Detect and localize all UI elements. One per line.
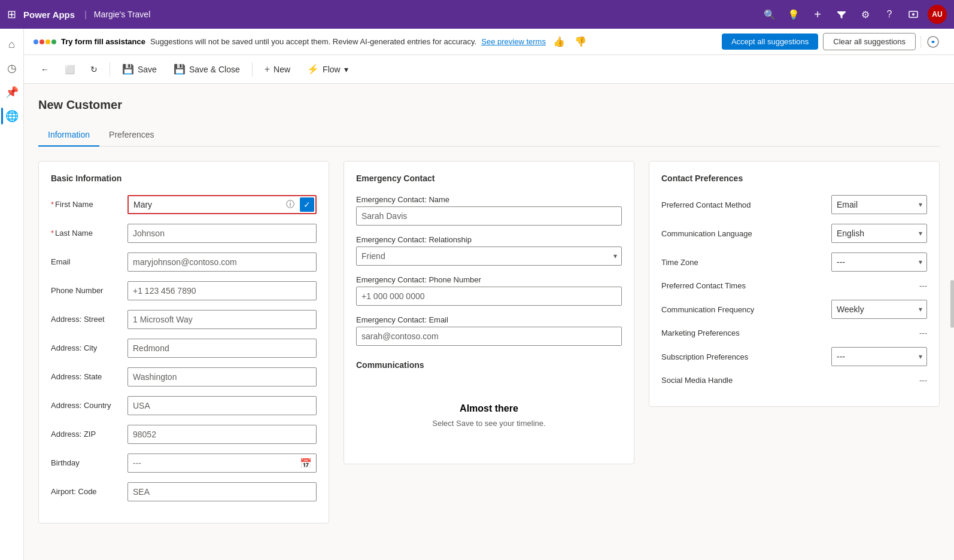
comm-language-select[interactable]: English Spanish French bbox=[831, 224, 927, 243]
save-close-button[interactable]: 💾 Save & Close bbox=[166, 60, 247, 78]
comm-frequency-select[interactable]: Weekly Daily Monthly bbox=[831, 300, 927, 319]
banner-link[interactable]: See preview terms bbox=[481, 37, 546, 46]
ec-phone-label: Emergency Contact: Phone Number bbox=[356, 275, 622, 284]
thumbs-up-button[interactable]: 👍 bbox=[551, 34, 567, 50]
ec-phone-input[interactable] bbox=[356, 287, 622, 306]
birthday-input[interactable] bbox=[127, 454, 317, 473]
sidebar-pin-icon[interactable]: 📌 bbox=[1, 81, 23, 103]
address-city-input[interactable] bbox=[127, 339, 317, 358]
timezone-wrap: --- ▾ bbox=[831, 252, 927, 272]
waffle-icon[interactable]: ⊞ bbox=[7, 8, 16, 21]
thumbs-down-button[interactable]: 👎 bbox=[572, 34, 589, 50]
timezone-select[interactable]: --- bbox=[831, 252, 927, 272]
refresh-button[interactable]: ↻ bbox=[83, 61, 105, 78]
check-icon-button[interactable]: ✓ bbox=[300, 197, 314, 212]
sidebar-globe-icon[interactable]: 🌐 bbox=[1, 105, 23, 127]
address-street-field: Address: Street bbox=[51, 310, 317, 329]
ec-relationship-field: Emergency Contact: Relationship Friend F… bbox=[356, 235, 622, 266]
address-state-input[interactable] bbox=[127, 367, 317, 386]
dot-green bbox=[51, 39, 56, 44]
toolbar-separator-2 bbox=[252, 62, 253, 77]
marketing-prefs-field: Marketing Preferences --- bbox=[661, 328, 927, 337]
address-zip-label: Address: ZIP bbox=[51, 425, 123, 439]
info-icon-button[interactable]: ⓘ bbox=[283, 197, 297, 212]
ec-email-field: Emergency Contact: Email bbox=[356, 315, 622, 346]
comm-frequency-field: Communication Frequency Weekly Daily Mon… bbox=[661, 300, 927, 319]
last-name-field: *Last Name bbox=[51, 224, 317, 243]
new-button[interactable]: + New bbox=[257, 60, 297, 78]
required-star-2: * bbox=[51, 229, 54, 238]
preferred-times-label: Preferred Contact Times bbox=[661, 281, 919, 290]
ec-name-input[interactable] bbox=[356, 206, 622, 226]
last-name-input[interactable] bbox=[127, 224, 317, 243]
email-input[interactable] bbox=[127, 252, 317, 272]
first-name-label: *First Name bbox=[51, 195, 123, 209]
sidebar-home-icon[interactable]: ⌂ bbox=[1, 34, 23, 55]
refresh-icon: ↻ bbox=[90, 65, 98, 74]
address-country-field: Address: Country bbox=[51, 396, 317, 415]
help-icon[interactable]: ? bbox=[880, 5, 899, 24]
tab-bar: Information Preferences bbox=[38, 124, 940, 147]
lightbulb-icon[interactable]: 💡 bbox=[784, 5, 803, 24]
address-zip-input[interactable] bbox=[127, 425, 317, 444]
new-window-icon: ⬜ bbox=[65, 65, 75, 74]
new-window-button[interactable]: ⬜ bbox=[57, 61, 82, 78]
add-icon[interactable]: + bbox=[808, 5, 827, 24]
marketing-prefs-value: --- bbox=[919, 328, 927, 337]
almost-there-title: Almost there bbox=[368, 403, 610, 414]
first-name-field: *First Name ⓘ ✓ bbox=[51, 195, 317, 214]
birthday-label: Birthday bbox=[51, 454, 123, 467]
airport-label: Airport: Code bbox=[51, 482, 123, 496]
ec-name-label: Emergency Contact: Name bbox=[356, 195, 622, 204]
clear-all-button[interactable]: Clear all suggestions bbox=[823, 33, 916, 50]
preferred-times-value: --- bbox=[919, 281, 927, 290]
ec-email-label: Emergency Contact: Email bbox=[356, 315, 622, 324]
communications-title: Communications bbox=[356, 360, 622, 370]
last-name-label: *Last Name bbox=[51, 224, 123, 238]
phone-input[interactable] bbox=[127, 281, 317, 300]
contact-preferences-title: Contact Preferences bbox=[661, 174, 927, 183]
sidebar-recent-icon[interactable]: ◷ bbox=[1, 57, 23, 79]
save-button[interactable]: 💾 Save bbox=[115, 60, 164, 78]
filter-icon[interactable] bbox=[832, 5, 851, 24]
tab-information[interactable]: Information bbox=[38, 124, 99, 147]
form-grid: Basic Information *First Name ⓘ ✓ *Last … bbox=[38, 161, 940, 524]
airport-input[interactable] bbox=[127, 482, 317, 501]
dot-red bbox=[40, 39, 44, 44]
subscription-prefs-select[interactable]: --- bbox=[831, 347, 927, 366]
back-button[interactable]: ← bbox=[34, 61, 56, 78]
preferred-contact-select[interactable]: Email Phone SMS bbox=[831, 195, 927, 214]
ai-side-icon[interactable] bbox=[920, 36, 944, 48]
dot-yellow bbox=[45, 39, 50, 44]
subscription-prefs-label: Subscription Preferences bbox=[661, 352, 831, 361]
save-label: Save bbox=[138, 65, 157, 74]
accept-all-button[interactable]: Accept all suggestions bbox=[722, 34, 818, 50]
address-street-input[interactable] bbox=[127, 310, 317, 329]
avatar[interactable]: AU bbox=[928, 5, 947, 24]
marketing-prefs-label: Marketing Preferences bbox=[661, 328, 919, 337]
ec-email-input[interactable] bbox=[356, 327, 622, 346]
emergency-contact-title: Emergency Contact bbox=[356, 174, 622, 183]
svg-point-1 bbox=[912, 13, 914, 16]
ec-name-field: Emergency Contact: Name bbox=[356, 195, 622, 226]
flow-label: Flow bbox=[323, 65, 341, 74]
remote-icon[interactable] bbox=[904, 5, 923, 24]
flow-button[interactable]: ⚡ Flow ▾ bbox=[300, 60, 356, 78]
left-sidebar: ⌂ ◷ 📌 🌐 bbox=[0, 29, 24, 560]
scrollbar-thumb[interactable] bbox=[950, 280, 954, 328]
tab-preferences[interactable]: Preferences bbox=[99, 124, 163, 147]
dot-blue bbox=[34, 39, 38, 44]
ec-relationship-select[interactable]: Friend Family Spouse bbox=[356, 246, 622, 266]
settings-icon[interactable]: ⚙ bbox=[856, 5, 875, 24]
almost-there-text: Select Save to see your timeline. bbox=[368, 419, 610, 428]
basic-info-section: Basic Information *First Name ⓘ ✓ *Last … bbox=[38, 161, 329, 524]
first-name-icons: ⓘ ✓ bbox=[283, 197, 314, 212]
emergency-contact-section: Emergency Contact Emergency Contact: Nam… bbox=[344, 161, 634, 464]
app-name: Power Apps bbox=[23, 10, 75, 20]
address-country-input[interactable] bbox=[127, 396, 317, 415]
address-city-field: Address: City bbox=[51, 339, 317, 358]
birthday-field: Birthday 📅 bbox=[51, 454, 317, 473]
toolbar: ← ⬜ ↻ 💾 Save 💾 Save & Close + New ⚡ Flow… bbox=[24, 55, 954, 84]
search-icon[interactable]: 🔍 bbox=[760, 5, 779, 24]
comm-language-label: Communication Language bbox=[661, 229, 831, 238]
